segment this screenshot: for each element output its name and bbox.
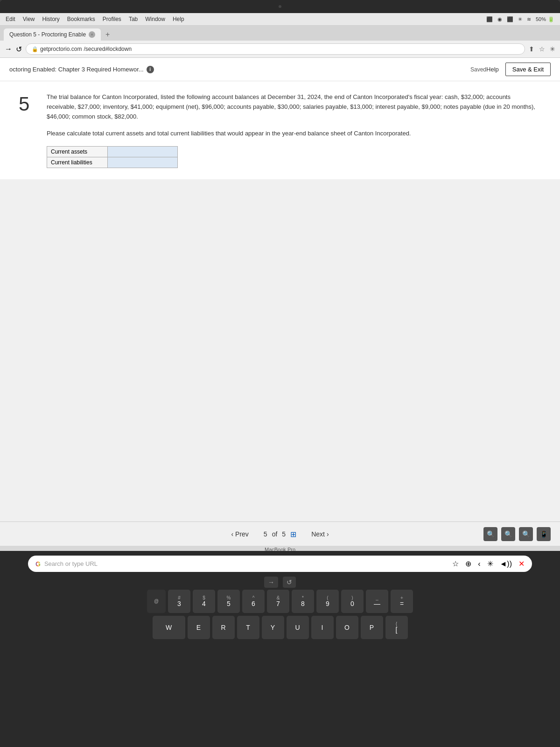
saved-badge: Saved [470,66,486,73]
share-icon[interactable]: ⬆ [529,45,534,53]
menu-window[interactable]: Window [145,16,165,22]
key-3[interactable]: # 3 [168,590,190,613]
left-angle-icon[interactable]: ‹ [478,560,480,568]
key-p[interactable]: P [361,616,383,639]
prev-button[interactable]: ‹ Prev [225,528,254,541]
menu-bookmarks[interactable]: Bookmarks [67,16,95,22]
page-title: octoring Enabled: Chapter 3 Required Hom… [9,66,144,73]
search-bar[interactable]: G Search or type URL ☆ ⊕ ‹ ✳ ◄)) ✕ [28,556,532,572]
key-o[interactable]: O [336,616,358,639]
device-icon-button[interactable]: 📱 [537,527,551,541]
nav-indicator-row: → ↺ [264,577,296,588]
search-placeholder: Search or type URL [44,560,98,567]
page-title-area: octoring Enabled: Chapter 3 Required Hom… [9,66,470,73]
camera-dot [279,5,281,8]
page-info: 5 of 5 ⊞ [264,530,296,539]
page-header: octoring Enabled: Chapter 3 Required Hom… [0,58,560,81]
question-body: The trial balance for Canton Incorporate… [47,92,541,121]
tab-label: Question 5 - Proctoring Enable [9,31,86,38]
question-instruction: Please calculate total current assets an… [47,129,541,139]
menu-history[interactable]: History [42,16,59,22]
bluetooth-icon: ✳ [518,16,522,22]
prev-label: Prev [235,530,249,538]
browser-controls-right: ⬛ ◉ ⬛ ✳ ≋ 50% 🔋 [486,16,554,22]
battery-indicator: 50% 🔋 [536,16,554,22]
key-w[interactable]: W [153,616,185,639]
current-assets-label: Current assets [47,147,108,157]
menu-help[interactable]: Help [173,16,184,22]
key-8[interactable]: * 8 [292,590,314,613]
current-page: 5 [264,530,267,538]
next-arrow-icon: › [327,530,329,538]
next-button[interactable]: Next › [306,528,334,541]
record-icon: ⬛ [486,16,493,22]
key-equals[interactable]: + = [391,590,413,613]
key-brace-open[interactable]: { [ [385,616,408,639]
save-exit-button[interactable]: Save & Exit [505,63,551,76]
reload-icon[interactable]: ↺ [16,45,22,54]
grid-icon[interactable]: ⊞ [290,530,296,539]
address-domain: getproctorio.com [40,46,82,52]
total-pages: 5 [282,530,286,538]
menu-edit[interactable]: Edit [6,16,15,22]
browser-menu-bar: Edit View History Bookmarks Profiles Tab… [0,13,560,26]
back-forward-icon[interactable]: → [5,45,12,53]
plus-circle-icon[interactable]: ⊕ [465,559,471,568]
address-bar-row: → ↺ 🔒 getproctorio.com /secured#lockdown… [0,41,560,58]
key-y[interactable]: Y [262,616,284,639]
question-area: 5 The trial balance for Canton Incorpora… [0,81,560,179]
menu-profiles[interactable]: Profiles [103,16,121,22]
screen-icon: ◉ [497,16,502,22]
key-r[interactable]: R [212,616,235,639]
zoom-in-button[interactable]: 🔍 [483,527,497,541]
key-minus[interactable]: _ — [366,590,388,613]
key-5[interactable]: % 5 [217,590,240,613]
active-tab[interactable]: Question 5 - Proctoring Enable × [4,28,101,41]
menu-view[interactable]: View [23,16,35,22]
current-assets-input[interactable] [108,147,178,157]
extension-icon[interactable]: ✳ [550,45,555,53]
next-label: Next [311,530,325,538]
key-7[interactable]: & 7 [267,590,289,613]
of-label: of [272,530,278,538]
key-9[interactable]: ( 9 [316,590,339,613]
key-t[interactable]: T [237,616,259,639]
star-icon[interactable]: ☆ [452,559,459,568]
keyboard-row-qwerty: W E R T Y U I O P [22,616,538,639]
key-e[interactable]: E [188,616,210,639]
help-link[interactable]: Help [486,66,499,73]
volume-icon[interactable]: ◄)) [500,560,512,568]
key-0[interactable]: ) 0 [341,590,364,613]
question-number: 5 [19,94,29,114]
menu-tab[interactable]: Tab [129,16,138,22]
address-bar[interactable]: 🔒 getproctorio.com /secured#lockdown [26,43,525,55]
header-actions: Help Save & Exit [486,63,551,76]
zoom-fit-button[interactable]: 🔍 [519,527,533,541]
monitor-icon: ⬛ [507,16,513,22]
google-logo: G [35,560,41,568]
key-i[interactable]: I [311,616,334,639]
key-u[interactable]: U [287,616,309,639]
info-icon[interactable]: i [147,66,154,73]
navigation-bar: ‹ Prev 5 of 5 ⊞ Next › 🔍 🔍 🔍 📱 [0,521,560,546]
mute-icon[interactable]: ✕ [518,559,525,568]
new-tab-button[interactable]: + [102,28,113,41]
zoom-out-button[interactable]: 🔍 [501,527,515,541]
key-6[interactable]: ^ 6 [242,590,265,613]
gear-icon[interactable]: ✳ [487,559,493,568]
current-liabilities-label: Current liabilities [47,157,108,168]
search-bar-icons: ☆ ⊕ ‹ ✳ ◄)) ✕ [452,559,525,568]
reload-indicator[interactable]: ↺ [283,577,296,588]
close-tab-button[interactable]: × [89,31,95,38]
current-liabilities-input[interactable] [108,157,178,168]
key-at[interactable]: @ [147,590,166,613]
lock-icon: 🔒 [32,46,38,52]
table-row: Current liabilities [47,157,178,168]
address-bar-actions: ⬆ ☆ ✳ [529,45,555,53]
forward-indicator[interactable]: → [264,577,278,588]
keyboard: @ # 3 $ 4 % 5 ^ 6 & 7 * [22,590,538,639]
key-4[interactable]: $ 4 [193,590,215,613]
bookmark-icon[interactable]: ☆ [539,45,545,53]
address-path: /secured#lockdown [84,46,132,52]
keyboard-row-numbers: @ # 3 $ 4 % 5 ^ 6 & 7 * [22,590,538,613]
